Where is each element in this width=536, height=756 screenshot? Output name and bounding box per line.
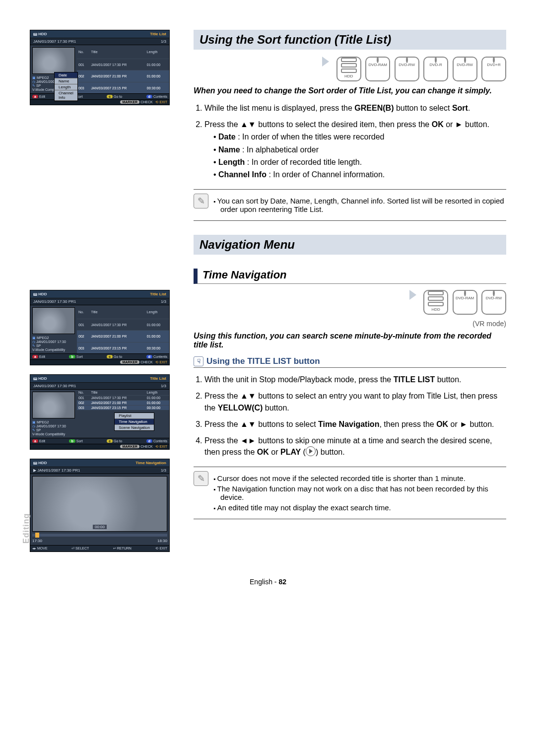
page-footer: English - 82: [30, 578, 506, 586]
section2-note: ✎ Cursor does not move if the selected r…: [194, 467, 506, 519]
disc-badge-hdd: HDD: [423, 290, 448, 315]
section1-steps: While the list menu is displayed, press …: [194, 102, 506, 180]
triangle-right-icon: [409, 290, 416, 300]
section2-steps: With the unit in Stop mode/Playback mode…: [194, 374, 506, 458]
disc-badge: DVD-RW: [395, 57, 419, 81]
section2-intro: Using this function, you can search scen…: [194, 332, 506, 349]
disc-badge: DVD-R: [423, 57, 448, 81]
osd-goto-popup: 🖴 HDDTitle List JAN/01/2007 17:30 PR11/3…: [30, 374, 170, 450]
section1-note: ✎ You can sort by Date, Name, Length, Ch…: [194, 189, 506, 221]
osd-title-list: 🖴 HDDTitle List JAN/01/2007 17:30 PR11/3…: [30, 290, 170, 365]
subheading-time-navigation: Time Navigation: [194, 269, 506, 284]
section-title-sort: Using the Sort function (Title List): [194, 30, 506, 50]
disc-badge: DVD-RAM: [453, 290, 477, 315]
disc-badge: DVD+R: [481, 57, 506, 81]
disc-badge: DVD-RW: [453, 57, 477, 81]
disc-badge: DVD-RW: [481, 290, 506, 315]
note-icon: ✎: [194, 471, 208, 486]
disc-badge-hdd: HDD: [336, 57, 361, 81]
disc-badge: DVD-RAM: [365, 57, 390, 81]
using-title-list-heading: ☟ Using the TITLE LIST button: [194, 356, 506, 368]
osd-sort-popup: 🖴 HDDTitle List JAN/01/2007 17:30 PR11/3…: [30, 30, 170, 105]
section1-intro: When you need to change the Sort order o…: [194, 86, 506, 95]
section-title-navmenu: Navigation Menu: [194, 235, 506, 255]
hand-icon: ☟: [194, 356, 203, 366]
osd-time-navigation: 🖴 HDDTime Navigation ▶ JAN/01/2007 17:30…: [30, 459, 170, 552]
triangle-right-icon: [322, 57, 329, 67]
play-icon: [306, 446, 316, 456]
disc-compatibility-row-2: HDD DVD-RAM DVD-RW: [194, 290, 506, 315]
note-icon: ✎: [194, 194, 208, 208]
disc-compatibility-row: HDD DVD-RAM DVD-RW DVD-R DVD-RW DVD+R: [194, 57, 506, 81]
vr-mode-note: (VR mode): [194, 320, 506, 328]
section-side-tab: Editing: [22, 513, 31, 544]
